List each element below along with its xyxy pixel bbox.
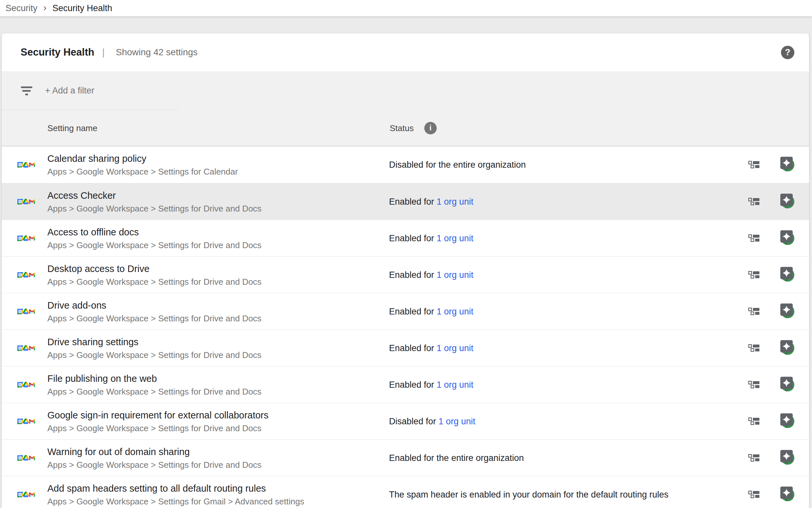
setting-title: Drive sharing settings: [47, 335, 261, 349]
calendar-app-icon: [17, 304, 23, 319]
setting-title: Access Checker: [47, 188, 261, 202]
recommendation-badge[interactable]: [779, 157, 794, 172]
setting-status: Enabled for the entire organization: [389, 453, 524, 463]
settings-count: Showing 42 settings: [116, 47, 198, 57]
recommendation-badge[interactable]: [779, 377, 794, 392]
table-row[interactable]: Desktop access to Drive Apps > Google Wo…: [2, 256, 809, 293]
app-icon-box: [17, 414, 35, 429]
org-unit-override-icon: [748, 417, 759, 425]
gmail-app-icon: [29, 232, 35, 245]
org-unit-override-icon: [748, 344, 759, 352]
setting-title: Warning for out of domain sharing: [47, 445, 261, 459]
table-row[interactable]: File publishing on the web Apps > Google…: [2, 366, 809, 403]
setting-path: Apps > Google Workspace > Settings for D…: [47, 202, 261, 215]
org-unit-override-icon: [748, 198, 759, 206]
table-row[interactable]: Access Checker Apps > Google Workspace >…: [2, 183, 809, 220]
status-info-icon[interactable]: i: [424, 122, 437, 134]
column-status: Status: [390, 123, 414, 133]
setting-path: Apps > Google Workspace > Settings for D…: [47, 239, 261, 251]
title-separator: |: [102, 47, 105, 58]
calendar-app-icon: [17, 451, 23, 466]
setting-status: Enabled for 1 org unit: [389, 233, 473, 243]
setting-title: Google sign-in requirement for external …: [47, 408, 269, 422]
app-icon-box: [17, 157, 35, 172]
recommendation-badge[interactable]: [779, 230, 794, 245]
setting-text: Add spam headers setting to all default …: [47, 481, 304, 508]
table-row[interactable]: Calendar sharing policy Apps > Google Wo…: [2, 146, 809, 183]
calendar-app-icon: [17, 231, 23, 246]
status-text: Enabled for: [389, 343, 434, 353]
org-unit-link[interactable]: 1 org unit: [437, 233, 474, 243]
recommendation-badge[interactable]: [779, 267, 794, 282]
org-unit-override-icon: [748, 161, 759, 169]
gmail-app-icon: [29, 159, 35, 171]
org-unit-link[interactable]: 1 org unit: [437, 380, 474, 389]
calendar-app-icon: [17, 414, 23, 429]
app-icon-box: [17, 377, 35, 392]
org-unit-override-icon: [748, 491, 759, 499]
recommendation-badge[interactable]: [779, 194, 794, 209]
org-unit-override-icon: [748, 308, 759, 315]
table-row[interactable]: Warning for out of domain sharing Apps >…: [2, 439, 809, 476]
recommendation-badge[interactable]: [779, 413, 794, 428]
calendar-app-icon: [17, 267, 23, 283]
recommendation-badge[interactable]: [779, 340, 794, 355]
setting-title: Calendar sharing policy: [47, 152, 238, 165]
drive-app-icon: [23, 304, 29, 319]
calendar-app-icon: [17, 157, 23, 172]
recommendation-badge[interactable]: [779, 450, 794, 465]
setting-path: Apps > Google Workspace > Settings for D…: [47, 312, 261, 325]
app-icon-box: [17, 487, 35, 502]
add-filter-button[interactable]: + Add a filter: [45, 86, 94, 96]
table-row[interactable]: Add spam headers setting to all default …: [2, 476, 809, 508]
breadcrumb-current: Security Health: [53, 3, 112, 13]
filter-list-icon: [20, 86, 32, 95]
setting-title: Access to offline docs: [47, 225, 261, 239]
org-unit-override-icon: [748, 454, 759, 462]
recommendation-badge[interactable]: [779, 303, 794, 319]
table-row[interactable]: Drive add-ons Apps > Google Workspace > …: [2, 293, 809, 330]
app-icon-box: [17, 231, 35, 246]
setting-path: Apps > Google Workspace > Settings for D…: [47, 385, 261, 398]
app-icon-box: [17, 451, 35, 466]
app-icon-box: [17, 267, 35, 283]
setting-status: Enabled for 1 org unit: [389, 343, 473, 353]
setting-text: Drive sharing settings Apps > Google Wor…: [47, 335, 261, 361]
org-unit-link[interactable]: 1 org unit: [437, 270, 474, 280]
setting-path: Apps > Google Workspace > Settings for D…: [47, 349, 261, 361]
org-unit-link[interactable]: 1 org unit: [437, 343, 474, 353]
calendar-app-icon: [17, 341, 23, 356]
table-row[interactable]: Google sign-in requirement for external …: [2, 403, 809, 439]
breadcrumb-parent-link[interactable]: Security: [6, 3, 38, 13]
gmail-app-icon: [29, 196, 35, 208]
setting-text: Access to offline docs Apps > Google Wor…: [47, 225, 261, 251]
status-text: Enabled for the entire organization: [389, 453, 524, 463]
recommendation-badge[interactable]: [779, 486, 794, 502]
org-unit-link[interactable]: 1 org unit: [437, 306, 474, 316]
setting-title: Drive add-ons: [47, 298, 261, 312]
setting-status: Disabled for the entire organization: [389, 160, 526, 170]
drive-app-icon: [23, 341, 29, 355]
org-unit-link[interactable]: 1 org unit: [437, 197, 474, 206]
org-unit-override-icon: [748, 271, 759, 279]
setting-text: Drive add-ons Apps > Google Workspace > …: [47, 298, 261, 325]
setting-text: Calendar sharing policy Apps > Google Wo…: [47, 152, 238, 178]
status-text: Enabled for: [389, 197, 434, 206]
status-text: The spam header is enabled in your domai…: [389, 490, 669, 499]
setting-status: Disabled for 1 org unit: [389, 416, 475, 426]
drive-app-icon: [23, 377, 29, 392]
setting-status: Enabled for 1 org unit: [389, 270, 473, 280]
calendar-app-icon: [17, 487, 23, 502]
app-icon-box: [17, 304, 35, 319]
help-icon[interactable]: ?: [781, 46, 794, 59]
table-row[interactable]: Drive sharing settings Apps > Google Wor…: [2, 330, 809, 366]
setting-path: Apps > Google Workspace > Settings for C…: [47, 165, 238, 178]
gmail-app-icon: [29, 269, 35, 281]
security-health-card: Security Health | Showing 42 settings ? …: [2, 33, 809, 508]
table-row[interactable]: Access to offline docs Apps > Google Wor…: [2, 220, 809, 256]
setting-title: File publishing on the web: [47, 372, 261, 385]
status-text: Enabled for: [389, 270, 434, 280]
setting-text: Access Checker Apps > Google Workspace >…: [47, 188, 261, 215]
org-unit-link[interactable]: 1 org unit: [439, 416, 476, 426]
setting-status: Enabled for 1 org unit: [389, 380, 473, 390]
